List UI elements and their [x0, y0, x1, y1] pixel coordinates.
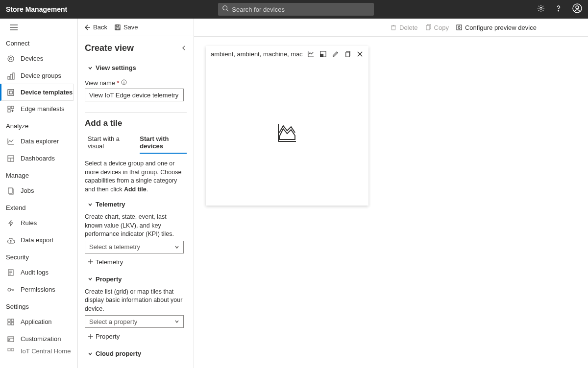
telemetry-select[interactable]: Select a telemetry	[85, 241, 184, 253]
svg-point-5	[576, 6, 579, 9]
sidebar-item-data-explorer[interactable]: Data explorer	[0, 133, 77, 150]
svg-point-10	[10, 57, 12, 60]
nav-section-settings: Settings	[0, 298, 77, 313]
add-tile-title: Add a tile	[85, 115, 187, 133]
save-button[interactable]: Save	[114, 23, 138, 31]
delete-button[interactable]: Delete	[390, 24, 418, 31]
search-input[interactable]	[232, 6, 370, 13]
user-icon[interactable]	[572, 3, 582, 15]
preview-tile[interactable]: ambient, ambient, machine, macl	[206, 46, 368, 206]
sidebar-item-customization[interactable]: Customization	[0, 330, 77, 347]
sidebar-item-label: Device templates	[21, 89, 73, 96]
sidebar-item-label: Data export	[21, 236, 53, 244]
sidebar-item-devices[interactable]: Devices	[0, 50, 77, 67]
sidebar-item-application[interactable]: Application	[0, 313, 77, 330]
sidebar-item-permissions[interactable]: Permissions	[0, 281, 77, 298]
telemetry-select-placeholder: Select a telemetry	[89, 243, 140, 251]
tile-title: ambient, ambient, machine, macl	[211, 50, 302, 58]
sidebar-item-label: Jobs	[21, 187, 34, 194]
info-icon[interactable]	[121, 79, 127, 87]
settings-icon[interactable]	[537, 4, 545, 14]
svg-point-48	[124, 81, 124, 81]
config-panel: Back Save Create view View settings View…	[78, 19, 194, 368]
save-label: Save	[123, 23, 138, 31]
app-title: Store Management	[6, 5, 67, 13]
toolbar-overflow: Delete Copy Configure preview device	[388, 19, 537, 36]
svg-rect-11	[8, 76, 10, 79]
view-settings-header[interactable]: View settings	[85, 59, 187, 74]
add-property-link[interactable]: Property	[85, 328, 187, 340]
svg-point-39	[9, 339, 10, 341]
view-name-label: View name *	[85, 74, 187, 89]
svg-point-0	[223, 6, 227, 10]
tab-start-devices[interactable]: Start with devices	[140, 135, 187, 154]
add-telemetry-label: Telemetry	[96, 258, 123, 266]
copy-label: Copy	[434, 24, 449, 31]
delete-label: Delete	[399, 24, 418, 31]
sidebar-item-data-export[interactable]: Data export	[0, 231, 77, 249]
nav-section-manage: Manage	[0, 167, 77, 182]
svg-line-1	[227, 10, 229, 12]
svg-rect-56	[426, 25, 430, 30]
tile-copy-icon[interactable]	[344, 50, 351, 58]
sidebar-item-edge-manifests[interactable]: Edge manifests	[0, 100, 77, 117]
cloud-property-header[interactable]: Cloud property	[85, 340, 187, 360]
tile-size-icon[interactable]	[319, 50, 327, 58]
svg-rect-13	[13, 73, 14, 79]
sidebar-item-device-templates[interactable]: Device templates	[0, 84, 74, 101]
svg-rect-34	[11, 319, 14, 322]
telemetry-header[interactable]: Telemetry	[85, 196, 187, 211]
svg-rect-18	[8, 110, 10, 112]
hamburger-icon[interactable]	[0, 19, 77, 35]
svg-point-3	[558, 10, 559, 11]
svg-rect-45	[116, 28, 119, 30]
view-settings-label: View settings	[96, 64, 136, 71]
svg-rect-41	[11, 348, 14, 351]
property-header[interactable]: Property	[85, 266, 187, 286]
sidebar-item-audit-logs[interactable]: Audit logs	[0, 264, 77, 281]
telemetry-help: Create chart, state, event, last known v…	[85, 211, 187, 241]
sidebar-item-dashboards[interactable]: Dashboards	[0, 150, 77, 167]
sidebar-item-jobs[interactable]: Jobs	[0, 182, 77, 199]
sidebar-item-label: Application	[21, 318, 52, 325]
telemetry-label: Telemetry	[96, 201, 125, 208]
devices-help-text: Select a device group and one or more de…	[85, 154, 187, 196]
panel-title: Create view	[85, 43, 134, 53]
tab-start-visual[interactable]: Start with a visual	[88, 135, 131, 154]
back-button[interactable]: Back	[84, 23, 107, 31]
collapse-panel-icon[interactable]	[181, 44, 187, 53]
sidebar-item-device-groups[interactable]: Device groups	[0, 67, 77, 84]
svg-point-2	[540, 7, 542, 9]
svg-point-9	[8, 56, 14, 62]
svg-rect-62	[320, 54, 323, 57]
tile-close-icon[interactable]	[356, 50, 364, 58]
cloud-property-label: Cloud property	[96, 350, 141, 357]
svg-rect-24	[8, 188, 12, 193]
view-name-input[interactable]	[85, 89, 184, 101]
sidebar-item-rules[interactable]: Rules	[0, 214, 77, 231]
copy-button[interactable]: Copy	[425, 24, 449, 31]
sidebar-item-label: Device groups	[21, 72, 61, 79]
preview-canvas: Delete Copy Configure preview device amb…	[194, 19, 588, 368]
search-box[interactable]	[218, 3, 374, 16]
sidebar-item-label: Devices	[21, 55, 43, 62]
tile-chart-type-icon[interactable]	[307, 50, 315, 58]
property-select-placeholder: Select a property	[89, 318, 137, 325]
configure-preview-button[interactable]: Configure preview device	[456, 24, 537, 31]
sidebar-item-label: Rules	[21, 219, 37, 227]
sidebar-item-iot-central-home[interactable]: IoT Central Home	[0, 347, 77, 356]
svg-rect-53	[392, 26, 395, 30]
svg-rect-63	[346, 52, 350, 56]
property-help: Create list (grid) or map tiles that dis…	[85, 286, 187, 316]
add-telemetry-link[interactable]: Telemetry	[85, 253, 187, 266]
svg-rect-36	[11, 322, 14, 325]
tile-edit-icon[interactable]	[332, 50, 339, 58]
svg-rect-14	[8, 90, 14, 95]
panel-toolbar: Back Save	[78, 19, 194, 36]
help-icon[interactable]	[555, 4, 563, 14]
svg-rect-40	[8, 348, 10, 351]
svg-point-4	[573, 4, 582, 13]
nav-section-extend: Extend	[0, 199, 77, 214]
add-property-label: Property	[96, 333, 120, 340]
property-select[interactable]: Select a property	[85, 315, 184, 328]
